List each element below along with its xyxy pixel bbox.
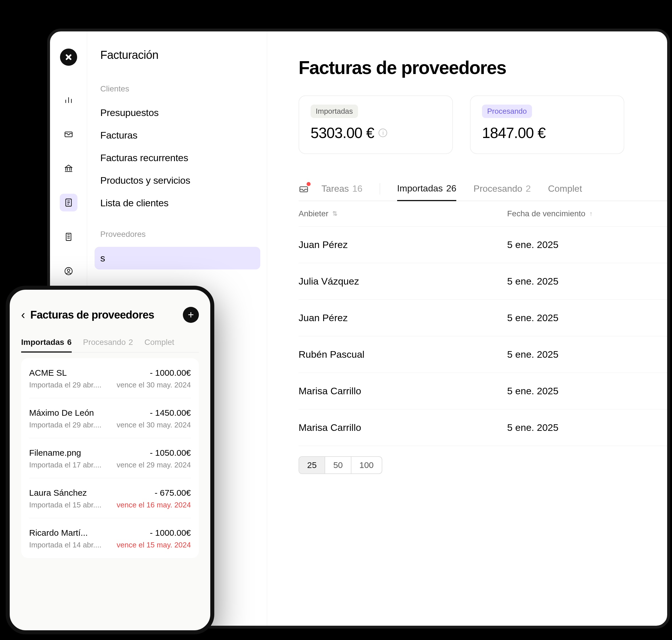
- stat-card-imported: Importadas 5303.00 € i: [298, 96, 453, 154]
- cell-supplier: Julia Vázquez: [298, 276, 507, 287]
- list-item[interactable]: Máximo De León- 1450.00€Importada el 29 …: [29, 398, 191, 438]
- m-cell-amount: - 1050.00€: [150, 448, 191, 458]
- list-item[interactable]: Ricardo Martí...- 1000.00€Importada el 1…: [29, 518, 191, 558]
- table-row[interactable]: Juan Pérez5 ene. 2025: [298, 300, 667, 336]
- m-cell-due: vence el 30 may. 2024: [117, 381, 191, 390]
- mobile-tab-importadas[interactable]: Importadas 6: [21, 333, 72, 352]
- sidebar-item-presupuestos[interactable]: Presupuestos: [100, 101, 267, 124]
- pager-50[interactable]: 50: [325, 457, 351, 474]
- receipt-icon[interactable]: [60, 228, 77, 246]
- user-circle-icon[interactable]: [60, 262, 77, 280]
- stat-badge-imported: Importadas: [310, 105, 358, 118]
- cell-due: 5 ene. 2025: [507, 422, 558, 433]
- cell-due: 5 ene. 2025: [507, 239, 558, 250]
- svg-rect-2: [66, 233, 71, 241]
- main-content: Facturas de proveedores Importadas 5303.…: [267, 31, 667, 626]
- m-cell-due: vence el 30 may. 2024: [117, 421, 191, 430]
- m-cell-amount: - 1000.00€: [150, 528, 191, 538]
- col-supplier-label: Anbieter: [298, 209, 328, 218]
- list-item[interactable]: Filename.png- 1050.00€Importada el 17 ab…: [29, 438, 191, 478]
- m-cell-imported: Importada el 29 abr....: [29, 381, 101, 390]
- sidebar-item-clientes[interactable]: Lista de clientes: [100, 192, 267, 214]
- tab-tareas[interactable]: Tareas 16: [321, 177, 363, 200]
- chart-icon[interactable]: [60, 91, 77, 108]
- sidebar-section-clients: Clientes: [100, 84, 267, 93]
- tab-completadas[interactable]: Complet: [548, 177, 582, 200]
- tab-tareas-label: Tareas: [321, 184, 349, 194]
- tab-procesando-count: 2: [526, 184, 531, 194]
- mobile-header: ‹ Facturas de proveedores +: [21, 307, 199, 323]
- m-cell-amount: - 1450.00€: [150, 408, 191, 418]
- m-cell-name: ACME SL: [29, 368, 67, 378]
- cell-supplier: Marisa Carrillo: [298, 386, 507, 396]
- pager-100[interactable]: 100: [351, 457, 382, 474]
- m-cell-name: Ricardo Martí...: [29, 528, 88, 538]
- list-item[interactable]: Laura Sánchez- 675.00€Importada el 15 ab…: [29, 478, 191, 518]
- m-cell-due: vence el 16 may. 2024: [117, 500, 191, 509]
- tab-importadas[interactable]: Importadas 26: [397, 177, 456, 201]
- m-tab-importadas-count: 6: [67, 338, 72, 347]
- svg-rect-0: [65, 132, 72, 137]
- m-cell-amount: - 1000.00€: [150, 368, 191, 378]
- col-due-label: Fecha de vencimiento: [507, 209, 585, 218]
- stat-cards: Importadas 5303.00 € i Procesando 1847.0…: [298, 96, 667, 154]
- sidebar-item-facturas[interactable]: Facturas: [100, 124, 267, 147]
- pager-25[interactable]: 25: [299, 457, 325, 474]
- mobile-window: ‹ Facturas de proveedores + Importadas 6…: [6, 286, 214, 634]
- m-cell-imported: Importada el 29 abr....: [29, 421, 101, 430]
- cell-supplier: Juan Pérez: [298, 239, 507, 250]
- stat-amount-processing: 1847.00 €: [482, 124, 545, 142]
- sidebar-item-providers-active[interactable]: s: [94, 247, 260, 270]
- notification-dot-icon: [307, 182, 310, 186]
- page-title: Facturas de proveedores: [298, 57, 667, 78]
- mobile-tab-completadas[interactable]: Complet: [145, 333, 174, 352]
- sidebar-item-productos[interactable]: Productos y servicios: [100, 169, 267, 192]
- m-cell-due: vence el 15 may. 2024: [117, 541, 191, 550]
- back-icon[interactable]: ‹: [21, 308, 25, 322]
- stat-badge-processing: Procesando: [482, 105, 532, 118]
- mobile-tab-procesando[interactable]: Procesando 2: [83, 333, 133, 352]
- svg-point-4: [67, 269, 70, 272]
- table-row[interactable]: Juan Pérez5 ene. 2025: [298, 227, 667, 263]
- m-cell-name: Máximo De León: [29, 408, 94, 418]
- mobile-tabs: Importadas 6 Procesando 2 Complet: [21, 333, 199, 352]
- sidebar-section-providers: Proveedores: [100, 230, 267, 239]
- cell-due: 5 ene. 2025: [507, 349, 558, 360]
- table-row[interactable]: Rubén Pascual5 ene. 2025: [298, 336, 667, 373]
- tab-tareas-count: 16: [352, 184, 363, 194]
- m-tab-completadas-label: Complet: [145, 338, 174, 347]
- list-item[interactable]: ACME SL- 1000.00€Importada el 29 abr....…: [29, 358, 191, 398]
- m-tab-importadas-label: Importadas: [21, 338, 64, 347]
- m-tab-procesando-count: 2: [129, 338, 133, 347]
- sidebar-item-recurrentes[interactable]: Facturas recurrentes: [100, 147, 267, 169]
- tab-importadas-label: Importadas: [397, 183, 443, 194]
- cell-supplier: Rubén Pascual: [298, 349, 507, 360]
- table-header: Anbieter ⇅ Fecha de vencimiento ↑: [298, 201, 667, 227]
- stat-value-imported: 5303.00 € i: [310, 124, 441, 142]
- table-row[interactable]: Marisa Carrillo5 ene. 2025: [298, 409, 667, 446]
- add-button[interactable]: +: [183, 307, 199, 323]
- app-logo[interactable]: [60, 48, 77, 66]
- tab-procesando[interactable]: Procesando 2: [473, 177, 531, 200]
- tasks-inbox-icon[interactable]: [298, 184, 309, 194]
- cell-supplier: Marisa Carrillo: [298, 422, 507, 433]
- invoice-icon[interactable]: [60, 194, 77, 212]
- bank-icon[interactable]: [60, 159, 77, 177]
- table-row[interactable]: Marisa Carrillo5 ene. 2025: [298, 373, 667, 409]
- m-cell-name: Filename.png: [29, 448, 81, 458]
- m-cell-imported: Importada el 17 abr....: [29, 461, 101, 469]
- col-header-supplier[interactable]: Anbieter ⇅: [298, 209, 507, 218]
- inbox-icon[interactable]: [60, 125, 77, 143]
- info-icon[interactable]: i: [379, 129, 387, 137]
- table-row[interactable]: Julia Vázquez5 ene. 2025: [298, 263, 667, 300]
- cell-due: 5 ene. 2025: [507, 386, 558, 396]
- m-cell-due: vence el 29 may. 2024: [117, 461, 191, 469]
- stat-amount-imported: 5303.00 €: [310, 124, 374, 142]
- cell-due: 5 ene. 2025: [507, 276, 558, 287]
- col-header-due[interactable]: Fecha de vencimiento ↑: [507, 209, 591, 218]
- mobile-page-title: Facturas de proveedores: [30, 309, 178, 321]
- cell-due: 5 ene. 2025: [507, 312, 558, 323]
- mobile-list: ACME SL- 1000.00€Importada el 29 abr....…: [21, 358, 199, 558]
- m-cell-imported: Importada el 15 abr....: [29, 500, 101, 509]
- tab-divider: [380, 183, 380, 194]
